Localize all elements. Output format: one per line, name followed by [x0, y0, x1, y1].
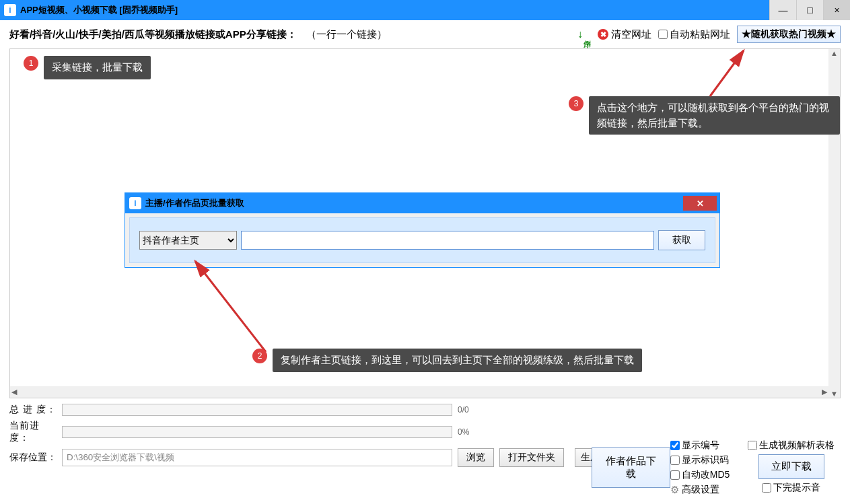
badge-3: 3	[569, 96, 583, 111]
total-progress-value: 0/0	[458, 405, 485, 415]
toolbar: 好看/抖音/火山/快手/美拍/西瓜等视频播放链接或APP分享链接： （一行一个链…	[0, 20, 850, 46]
svg-line-1	[195, 261, 266, 352]
platform-select[interactable]: 抖音作者主页	[139, 231, 237, 250]
horizontal-scrollbar[interactable]: ◀▶	[10, 386, 828, 398]
show-id-checkbox[interactable]: 显示标识码	[670, 454, 742, 466]
url-textarea-area[interactable]: ▲▼ ◀▶ 1 采集链接，批量下载 3 点击这个地方，可以随机获取到各个平台的热…	[9, 48, 841, 398]
open-folder-button[interactable]: 打开文件夹	[499, 448, 564, 467]
current-progress-bar	[62, 426, 452, 438]
total-progress-row: 总 进 度： 0/0	[9, 404, 841, 416]
fetch-button[interactable]: 获取	[658, 230, 705, 250]
download-now-button[interactable]: 立即下载	[758, 454, 824, 479]
total-progress-bar	[62, 404, 452, 416]
callout-2-text: 复制作者主页链接，到这里，可以回去到主页下全部的视频练级，然后批量下载	[273, 349, 642, 372]
save-path-input[interactable]	[62, 449, 452, 466]
clear-x-icon: ✖	[598, 29, 608, 40]
show-number-checkbox[interactable]: 显示编号	[670, 439, 742, 452]
auto-paste-input[interactable]	[658, 30, 668, 39]
dialog-title: 主播/作者作品页批量获取	[145, 197, 244, 209]
callout-3: 3 点击这个地方，可以随机获取到各个平台的热门的视频链接，然后批量下载。	[569, 96, 840, 135]
dialog-app-icon: i	[129, 197, 141, 209]
advanced-settings[interactable]: ⚙高级设置	[670, 484, 742, 496]
callout-3-text: 点击这个地方，可以随机获取到各个平台的热门的视频链接，然后批量下载。	[589, 96, 840, 135]
maximize-button[interactable]: □	[796, 0, 823, 20]
author-url-input[interactable]	[241, 231, 654, 250]
dialog-close-button[interactable]: ✕	[683, 196, 717, 211]
author-works-button[interactable]: 作者作品下载	[592, 447, 670, 488]
right-options: 作者作品下载 显示编号 显示标识码 自动改MD5 ⚙高级设置 生成视频解析表格 …	[592, 439, 841, 496]
clear-urls-button[interactable]: ✖ 清空网址	[598, 28, 651, 41]
current-progress-label: 当前进度：	[9, 420, 57, 444]
save-label: 保存位置：	[9, 452, 57, 464]
window-buttons: — □ ×	[769, 0, 850, 20]
gen-table-checkbox[interactable]: 生成视频解析表格	[748, 439, 835, 452]
random-hot-button[interactable]: ★随机获取热门视频★	[737, 26, 841, 43]
badge-1: 1	[24, 56, 38, 71]
titlebar: i APP短视频、小视频下载 [固乔视频助手] — □ ×	[0, 0, 850, 20]
callout-1: 1 采集链接，批量下载	[24, 56, 151, 79]
finish-sound-checkbox[interactable]: 下完提示音	[762, 482, 820, 494]
author-dialog: i 主播/作者作品页批量获取 ✕ 抖音作者主页 获取	[125, 192, 720, 268]
dialog-body: 抖音作者主页 获取	[129, 217, 715, 263]
arrow-3-icon	[703, 42, 757, 103]
window-title: APP短视频、小视频下载 [固乔视频助手]	[20, 4, 769, 16]
dialog-titlebar: i 主播/作者作品页批量获取 ✕	[125, 193, 719, 213]
app-icon: i	[4, 4, 16, 16]
sort-arrow-icon: ↓	[577, 28, 583, 40]
browse-button[interactable]: 浏览	[458, 448, 494, 467]
minimize-button[interactable]: —	[769, 0, 796, 20]
toolbar-hint: 好看/抖音/火山/快手/美拍/西瓜等视频播放链接或APP分享链接：	[9, 28, 297, 41]
auto-paste-checkbox[interactable]: 自动粘贴网址	[658, 28, 730, 41]
callout-1-text: 采集链接，批量下载	[44, 56, 151, 79]
svg-line-0	[710, 50, 744, 96]
callout-2: 2 复制作者主页链接，到这里，可以回去到主页下全部的视频练级，然后批量下载	[252, 349, 642, 372]
badge-2: 2	[252, 349, 267, 363]
close-button[interactable]: ×	[823, 0, 850, 20]
gear-icon: ⚙	[670, 484, 679, 496]
total-progress-label: 总 进 度：	[9, 404, 57, 416]
toolbar-hint2: （一行一个链接）	[306, 28, 387, 41]
auto-md5-checkbox[interactable]: 自动改MD5	[670, 469, 742, 481]
current-progress-value: 0%	[458, 427, 485, 437]
sort-button[interactable]: ↓ 倒序	[577, 28, 591, 40]
